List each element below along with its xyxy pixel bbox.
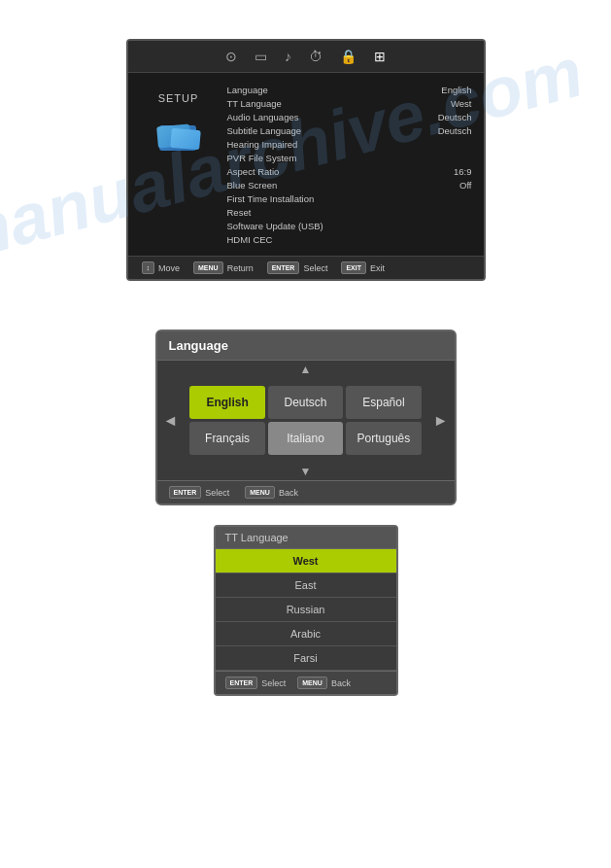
setup-folder-icon (157, 112, 200, 151)
lang-back-label: Back (279, 488, 298, 498)
enter-icon: ENTER (267, 261, 300, 274)
setup-icon-box (157, 112, 200, 151)
tt-item-east[interactable]: East (216, 573, 396, 598)
tt-back-button: MENU Back (297, 677, 351, 689)
move-label: Move (158, 263, 180, 273)
down-chevron-icon: ▼ (300, 465, 312, 478)
lang-up-arrow: ▲ (157, 361, 455, 378)
lang-menu-icon: MENU (245, 486, 275, 499)
tt-panel-title: TT Language (216, 527, 396, 549)
menu-item-hearing-impaired[interactable]: Hearing Impaired (227, 137, 472, 151)
bottom-btn-return: MENU Return (193, 261, 254, 274)
setup-screen: ⊙ ▭ ♪ ⏱ 🔒 ⊞ SETUP Language English (126, 39, 486, 281)
lang-espanol[interactable]: Español (346, 386, 421, 419)
menu-item-subtitle-language[interactable]: Subtitle Language Deutsch (227, 123, 472, 137)
lang-select-label: Select (205, 488, 229, 498)
folder-front (170, 128, 201, 151)
setup-label: SETUP (158, 92, 199, 104)
menu-item-blue-screen[interactable]: Blue Screen Off (227, 178, 472, 191)
bottom-btn-move: ↕ Move (142, 261, 181, 274)
return-label: Return (227, 263, 254, 273)
tt-back-label: Back (331, 678, 351, 688)
move-icon: ↕ (142, 261, 155, 274)
menu-item-tt-language[interactable]: TT Language West (227, 96, 472, 110)
tt-select-button: ENTER Select (225, 677, 287, 689)
language-panel: Language ▲ ◄ English Deutsch Español Fra… (155, 330, 457, 505)
setup-bottom-bar: ↕ Move MENU Return ENTER Select EXIT Exi… (128, 256, 484, 279)
language-grid-wrapper: ◄ English Deutsch Español Français Itali… (157, 378, 455, 463)
lang-down-arrow: ▼ (157, 463, 455, 480)
exit-label: Exit (370, 263, 385, 273)
lang-francais[interactable]: Français (189, 422, 264, 455)
setup-icon-display: ▭ (255, 49, 267, 64)
exit-icon: EXIT (341, 261, 366, 274)
menu-item-aspect-ratio[interactable]: Aspect Ratio 16:9 (227, 164, 472, 178)
tt-enter-icon: ENTER (225, 677, 258, 689)
menu-icon: MENU (193, 261, 223, 274)
lang-deutsch[interactable]: Deutsch (268, 386, 343, 419)
lang-italiano[interactable]: Italiano (268, 422, 343, 455)
menu-item-software-update[interactable]: Software Update (USB) (227, 219, 472, 232)
setup-menu-list: Language English TT Language West Audio … (218, 83, 472, 246)
setup-icon-lock: 🔒 (340, 49, 356, 64)
bottom-btn-select: ENTER Select (267, 261, 328, 274)
tt-item-arabic[interactable]: Arabic (216, 622, 396, 646)
setup-icon-timer: ⏱ (309, 49, 322, 64)
tt-bottom-bar: ENTER Select MENU Back (216, 671, 396, 694)
menu-item-reset[interactable]: Reset (227, 205, 472, 219)
language-panel-title: Language (157, 331, 455, 361)
tt-item-west[interactable]: West (216, 549, 396, 573)
setup-top-bar: ⊙ ▭ ♪ ⏱ 🔒 ⊞ (128, 41, 484, 73)
lang-enter-icon: ENTER (169, 486, 202, 499)
menu-item-first-time[interactable]: First Time Installation (227, 191, 472, 205)
lang-english[interactable]: English (189, 386, 264, 419)
lang-portugues[interactable]: Português (346, 422, 421, 455)
setup-icon-audio: ♪ (285, 49, 291, 64)
tt-item-russian[interactable]: Russian (216, 598, 396, 622)
language-grid: English Deutsch Español Français Italian… (184, 382, 426, 459)
tt-select-label: Select (261, 678, 286, 688)
lang-back-button: MENU Back (245, 486, 298, 499)
lang-left-arrow-icon[interactable]: ◄ (157, 412, 185, 430)
setup-icon-settings: ⊙ (225, 49, 237, 64)
lang-right-arrow-icon[interactable]: ► (427, 412, 455, 430)
select-label: Select (303, 263, 327, 273)
setup-body: SETUP Language English TT Language West … (128, 73, 484, 256)
bottom-btn-exit: EXIT Exit (341, 261, 385, 274)
menu-item-language[interactable]: Language English (227, 83, 472, 96)
lang-select-button: ENTER Select (169, 486, 230, 499)
setup-icon-grid: ⊞ (374, 49, 386, 64)
menu-item-hdmi-cec[interactable]: HDMI CEC (227, 232, 472, 246)
language-bottom-bar: ENTER Select MENU Back (157, 480, 455, 503)
setup-left-panel: SETUP (140, 83, 218, 246)
tt-language-panel: TT Language West East Russian Arabic Far… (214, 525, 398, 696)
up-chevron-icon: ▲ (300, 363, 312, 376)
menu-item-pvr-file-system[interactable]: PVR File System (227, 151, 472, 164)
tt-menu-icon: MENU (297, 677, 327, 689)
tt-item-farsi[interactable]: Farsi (216, 646, 396, 671)
menu-item-audio-languages[interactable]: Audio Languages Deutsch (227, 110, 472, 123)
